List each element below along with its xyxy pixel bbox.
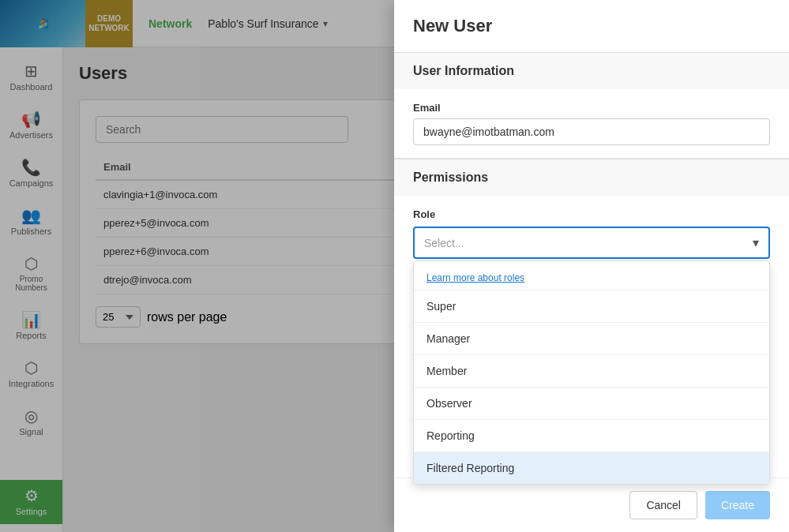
role-option-filtered-reporting[interactable]: Filtered Reporting (414, 452, 769, 484)
panel-title: New User (413, 16, 770, 36)
panel-footer: Cancel Create (394, 478, 789, 532)
permissions-header: Permissions (394, 159, 789, 196)
role-option-member[interactable]: Member (414, 355, 769, 388)
role-select-container: Select... ▾ Learn more about roles Super… (413, 227, 770, 259)
role-option-manager[interactable]: Manager (414, 323, 769, 355)
cancel-button[interactable]: Cancel (629, 491, 697, 519)
role-select-button[interactable]: Select... ▾ (413, 227, 770, 259)
role-label: Role (413, 208, 770, 220)
email-label: Email (413, 102, 770, 114)
user-information-header: User Information (394, 53, 789, 89)
user-information-section: User Information Email (394, 52, 789, 159)
user-information-body: Email (394, 89, 789, 158)
role-option-reporting[interactable]: Reporting (414, 420, 769, 452)
panel-header: New User (394, 0, 789, 52)
create-button[interactable]: Create (705, 491, 770, 519)
new-user-panel: New User User Information Email Permissi… (394, 0, 789, 532)
permissions-section: Permissions Role Select... ▾ Learn more … (394, 159, 789, 272)
permissions-body: Role Select... ▾ Learn more about roles … (394, 196, 789, 272)
role-option-observer[interactable]: Observer (414, 388, 769, 420)
role-select-placeholder: Select... (424, 237, 464, 249)
learn-more-roles-link[interactable]: Learn more about roles (414, 266, 769, 290)
chevron-down-icon: ▾ (753, 235, 759, 250)
email-input[interactable] (413, 118, 770, 145)
role-option-super[interactable]: Super (414, 290, 769, 323)
role-dropdown-menu: Learn more about roles Super Manager Mem… (413, 260, 770, 485)
